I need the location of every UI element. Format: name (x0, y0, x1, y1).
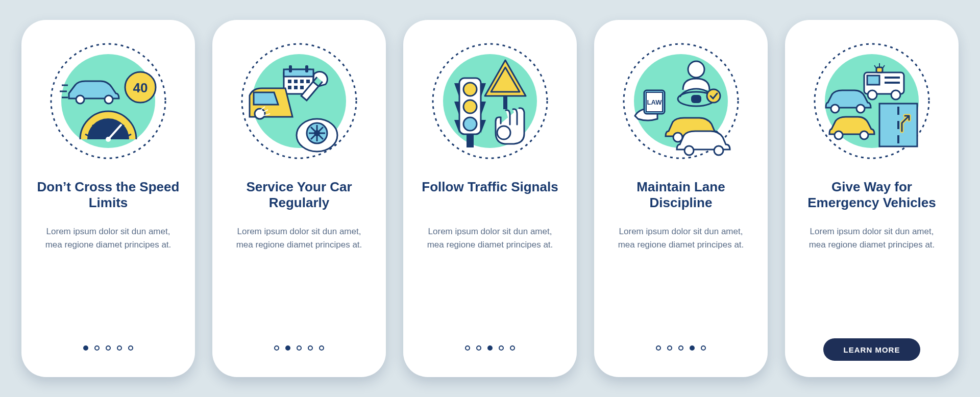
svg-rect-24 (294, 80, 298, 83)
svg-point-74 (891, 90, 900, 100)
onboarding-card-traffic-signals: Follow Traffic Signals Lorem ipsum dolor… (403, 20, 577, 377)
svg-line-11 (104, 119, 105, 123)
dot-3[interactable] (678, 345, 683, 351)
svg-text:40: 40 (133, 80, 148, 95)
dot-2[interactable] (285, 345, 290, 351)
speed-limit-icon: 40 (44, 37, 172, 165)
svg-rect-43 (503, 96, 507, 109)
svg-point-47 (463, 117, 477, 131)
onboarding-card-service-car: Service Your Car Regularly Lorem ipsum d… (212, 20, 386, 377)
card-description: Lorem ipsum dolor sit dun amet, mea regi… (418, 225, 562, 337)
dot-1[interactable] (274, 345, 279, 351)
service-car-icon (235, 37, 363, 165)
svg-point-62 (714, 146, 723, 155)
svg-rect-21 (289, 65, 292, 72)
dot-3[interactable] (297, 345, 302, 351)
card-description: Lorem ipsum dolor sit dun amet, mea regi… (36, 225, 181, 337)
dot-1[interactable] (83, 345, 88, 351)
svg-rect-25 (300, 80, 304, 83)
svg-point-52 (688, 61, 704, 78)
svg-point-77 (835, 131, 843, 139)
svg-line-12 (112, 119, 113, 123)
svg-point-76 (856, 105, 865, 113)
dot-1[interactable] (465, 345, 470, 351)
dot-5[interactable] (510, 345, 515, 351)
svg-rect-27 (288, 86, 291, 89)
svg-point-78 (860, 131, 868, 139)
card-description: Lorem ipsum dolor sit dun amet, mea regi… (608, 225, 753, 337)
card-title: Give Way for Emergency Vehicles (799, 179, 944, 212)
svg-rect-23 (288, 80, 291, 83)
traffic-signals-icon (426, 37, 554, 165)
pagination-dots (465, 345, 515, 351)
svg-rect-66 (867, 76, 879, 85)
svg-point-2 (76, 95, 84, 104)
onboarding-card-speed-limits: 40 Don’t Cross the Speed Limits Lorem ip… (21, 20, 195, 377)
dot-4[interactable] (690, 345, 695, 351)
card-description: Lorem ipsum dolor sit dun amet, mea regi… (799, 225, 944, 337)
pagination-dots (274, 345, 324, 351)
pagination-dots (656, 345, 706, 351)
learn-more-button[interactable]: LEARN MORE (823, 338, 920, 361)
dot-4[interactable] (499, 345, 504, 351)
dot-4[interactable] (308, 345, 313, 351)
dot-3[interactable] (106, 345, 111, 351)
svg-rect-67 (885, 77, 900, 79)
dot-5[interactable] (319, 345, 324, 351)
svg-rect-54 (691, 95, 701, 103)
pagination-dots (83, 345, 133, 351)
dot-2[interactable] (476, 345, 481, 351)
card-title: Maintain Lane Discipline (608, 179, 753, 212)
svg-rect-26 (306, 80, 310, 83)
svg-point-73 (868, 90, 877, 100)
svg-point-16 (106, 137, 111, 142)
svg-rect-68 (885, 82, 900, 84)
dot-5[interactable] (128, 345, 133, 351)
svg-rect-22 (305, 65, 308, 72)
emergency-vehicles-icon (808, 37, 936, 165)
dot-3[interactable] (487, 345, 493, 351)
svg-point-3 (105, 95, 113, 104)
svg-rect-29 (300, 86, 304, 89)
card-title: Service Your Car Regularly (227, 179, 372, 212)
svg-point-45 (463, 83, 477, 96)
svg-point-55 (707, 89, 720, 103)
svg-rect-28 (294, 86, 298, 89)
svg-rect-20 (284, 69, 313, 77)
svg-rect-48 (467, 134, 474, 147)
dot-5[interactable] (701, 345, 706, 351)
svg-text:LAW: LAW (647, 98, 663, 106)
card-title: Don’t Cross the Speed Limits (36, 179, 181, 212)
onboarding-card-emergency-vehicles: Give Way for Emergency Vehicles Lorem ip… (785, 20, 959, 377)
svg-point-61 (684, 146, 694, 155)
dot-1[interactable] (656, 345, 661, 351)
dot-2[interactable] (667, 345, 672, 351)
card-description: Lorem ipsum dolor sit dun amet, mea regi… (227, 225, 372, 337)
onboarding-card-lane-discipline: LAW Maintain Lane Discipline Lorem ipsum… (594, 20, 768, 377)
svg-point-75 (831, 105, 839, 113)
svg-point-46 (463, 100, 477, 113)
dot-2[interactable] (94, 345, 100, 351)
lane-discipline-icon: LAW (617, 37, 745, 165)
card-title: Follow Traffic Signals (422, 179, 558, 212)
svg-rect-69 (876, 67, 883, 72)
dot-4[interactable] (117, 345, 122, 351)
